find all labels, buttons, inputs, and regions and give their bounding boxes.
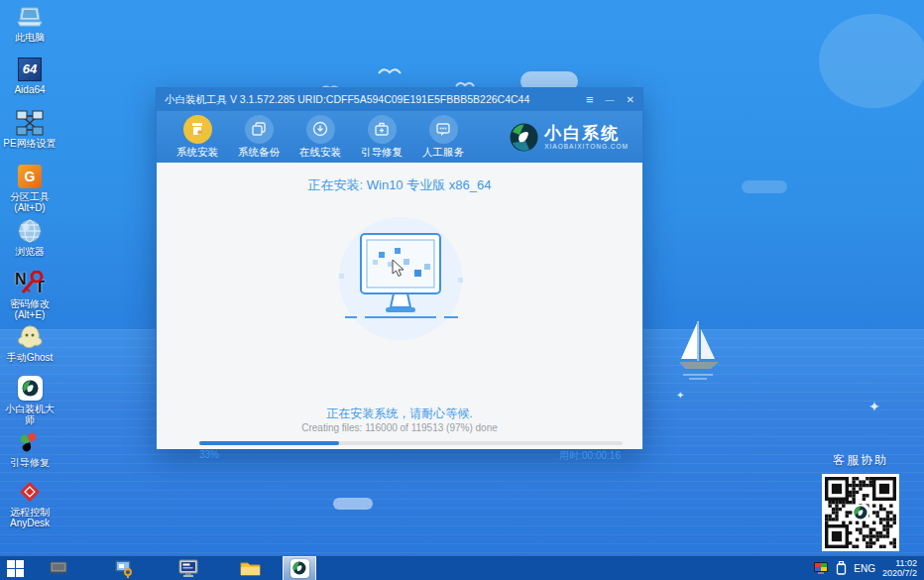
desktop-icon-xiaobai-master[interactable]: 小白装机大 师 bbox=[1, 375, 58, 425]
desktop-icon-label: Aida64 bbox=[1, 84, 58, 95]
nav-online-install[interactable]: 在线安装 bbox=[289, 115, 351, 160]
desktop-icon-label: 手动Ghost bbox=[1, 352, 58, 363]
cloud bbox=[819, 14, 924, 108]
desktop-icon-this-pc[interactable]: 此电脑 bbox=[1, 3, 58, 43]
network-tool-icon bbox=[114, 559, 134, 578]
progress-bar bbox=[199, 441, 623, 445]
anydesk-icon bbox=[1, 478, 58, 505]
language-indicator[interactable]: ENG bbox=[854, 563, 875, 574]
bird-icon bbox=[377, 63, 403, 77]
desktop-icon-manual-ghost[interactable]: 手动Ghost bbox=[1, 323, 58, 363]
clock-date: 2020/7/2 bbox=[882, 568, 917, 578]
nt-password-icon: N T bbox=[1, 270, 58, 296]
xiaobai-taskbar-icon bbox=[292, 561, 306, 575]
install-icon bbox=[183, 115, 212, 144]
cmd-monitor-icon bbox=[178, 559, 198, 578]
aida64-icon: 64 bbox=[1, 56, 58, 82]
desktop-icon-label: 分区工具 bbox=[1, 191, 58, 202]
qr-code bbox=[822, 474, 899, 551]
this-pc-icon bbox=[1, 3, 58, 30]
qr-panel: 客服协助 bbox=[819, 452, 902, 551]
taskbar-item-explorer[interactable] bbox=[235, 556, 265, 580]
windows-logo-icon bbox=[7, 560, 24, 577]
sparkle: ✦ bbox=[676, 390, 684, 401]
elapsed-time: 用时:00:00:16 bbox=[559, 449, 621, 463]
nav-boot-repair[interactable]: 引导修复 bbox=[351, 115, 412, 160]
qr-title: 客服协助 bbox=[819, 452, 902, 469]
system-tray: ENG 11:02 2020/7/2 bbox=[814, 558, 924, 578]
desktop-icon-label: 远程控制 bbox=[1, 507, 58, 518]
nav-human-service[interactable]: 人工服务 bbox=[412, 115, 474, 160]
ghost-icon bbox=[1, 323, 58, 350]
xiaobai-app-icon bbox=[1, 375, 58, 402]
installer-window: 小白装机工具 V 3.1.572.285 URID:CDFF5A594C09E1… bbox=[156, 87, 643, 448]
desktop-icon-label: 浏览器 bbox=[1, 246, 58, 257]
start-button[interactable] bbox=[0, 556, 30, 580]
nav-system-install[interactable]: 系统安装 bbox=[167, 115, 228, 160]
close-icon[interactable]: ✕ bbox=[627, 94, 635, 106]
desktop-icon-label: PE网络设置 bbox=[1, 138, 58, 149]
desktop-icon-sublabel: (Alt+D) bbox=[1, 202, 58, 213]
desktop-icon-sublabel: 师 bbox=[1, 414, 58, 425]
desktop-icon-partition-tool[interactable]: G 分区工具 (Alt+D) bbox=[1, 163, 58, 213]
window-titlebar[interactable]: 小白装机工具 V 3.1.572.285 URID:CDFF5A594C09E1… bbox=[157, 88, 642, 111]
pinwheel-icon bbox=[1, 428, 58, 455]
network-settings-icon bbox=[1, 109, 58, 136]
desktop-icon-sublabel: (Alt+E) bbox=[1, 309, 58, 320]
window-toolbar: 系统安装 系统备份 在线安装 引导修复 bbox=[157, 111, 642, 163]
progress-fill bbox=[199, 441, 339, 445]
minimize-icon[interactable]: — bbox=[606, 94, 615, 106]
menu-icon[interactable]: ≡ bbox=[586, 94, 594, 106]
desktop-icon-browser[interactable]: 浏览器 bbox=[1, 217, 58, 257]
desktop-icon-boot-repair[interactable]: 引导修复 bbox=[1, 428, 58, 468]
desktop-icon-pe-network[interactable]: PE网络设置 bbox=[1, 109, 58, 149]
desktop: ✦ ✦ 此电脑 64 Aida64 PE网络设置 G bbox=[0, 0, 924, 580]
desktop-icon-sublabel: AnyDesk bbox=[1, 518, 58, 528]
desktop-icon-password-reset[interactable]: N T 密码修改 (Alt+E) bbox=[1, 270, 58, 320]
diskgenius-icon: G bbox=[1, 163, 58, 189]
status-message: 正在安装系统，请耐心等候. bbox=[157, 406, 642, 422]
cloud bbox=[742, 180, 787, 193]
desktop-icon-label: 小白装机大 bbox=[1, 404, 58, 414]
chat-icon bbox=[429, 115, 458, 144]
desktop-icon-aida64[interactable]: 64 Aida64 bbox=[1, 56, 58, 95]
taskbar-clock[interactable]: 11:02 2020/7/2 bbox=[882, 558, 920, 578]
taskbar-item-xiaobai-active[interactable] bbox=[283, 556, 316, 580]
download-icon bbox=[306, 115, 335, 144]
chip-icon bbox=[48, 560, 69, 576]
desktop-icon-label: 密码修改 bbox=[1, 298, 58, 309]
browser-globe-icon bbox=[1, 217, 58, 244]
cloud bbox=[333, 498, 373, 510]
taskbar: ENG 11:02 2020/7/2 bbox=[0, 555, 924, 580]
backup-icon bbox=[245, 115, 274, 144]
display-settings-icon[interactable] bbox=[814, 562, 829, 575]
brand-subtitle: XIAOBAIXITONG.COM bbox=[544, 143, 629, 150]
taskbar-item-aida64[interactable] bbox=[44, 556, 73, 580]
taskbar-item-network[interactable] bbox=[109, 556, 139, 580]
brand: 小白系统 XIAOBAIXITONG.COM bbox=[510, 123, 633, 152]
progress-percent: 33% bbox=[199, 449, 219, 460]
toolbox-icon bbox=[368, 115, 397, 144]
desktop-icon-anydesk[interactable]: 远程控制 AnyDesk bbox=[1, 478, 58, 528]
monitor-illustration bbox=[331, 228, 470, 331]
hardware-eject-icon[interactable] bbox=[836, 561, 847, 575]
xiaobai-logo-icon bbox=[510, 123, 538, 152]
brand-title: 小白系统 bbox=[544, 125, 629, 143]
sailboat bbox=[677, 319, 723, 383]
window-content: 正在安装: Win10 专业版 x86_64 bbox=[157, 163, 642, 449]
sparkle: ✦ bbox=[868, 399, 880, 414]
window-title: 小白装机工具 V 3.1.572.285 URID:CDFF5A594C09E1… bbox=[165, 93, 586, 107]
clock-time: 11:02 bbox=[882, 558, 917, 568]
nav-system-backup[interactable]: 系统备份 bbox=[228, 115, 289, 160]
taskbar-item-cmd[interactable] bbox=[173, 556, 203, 580]
desktop-icon-label: 引导修复 bbox=[1, 457, 58, 468]
desktop-icon-label: 此电脑 bbox=[1, 32, 58, 43]
status-detail: Creating files: 116000 of 119513 (97%) d… bbox=[157, 422, 642, 433]
folder-icon bbox=[240, 560, 261, 577]
installing-title: 正在安装: Win10 专业版 x86_64 bbox=[157, 176, 642, 194]
mouse-cursor bbox=[392, 259, 404, 278]
